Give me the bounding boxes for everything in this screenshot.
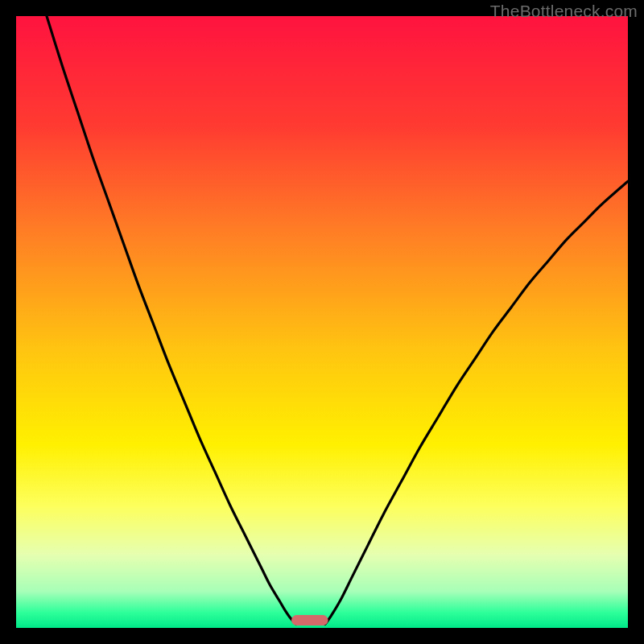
- marker-layer: [291, 615, 328, 625]
- watermark-text: TheBottleneck.com: [490, 2, 638, 21]
- bottleneck-marker: [291, 615, 328, 625]
- chart-svg: [16, 16, 628, 628]
- gradient-background: [16, 16, 628, 628]
- chart-frame: [16, 16, 628, 628]
